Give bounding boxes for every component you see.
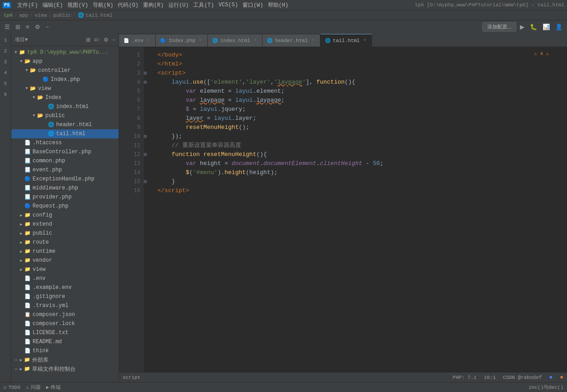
todo-label: TODO [9,385,20,390]
left-icon-6[interactable]: 6 [0,90,10,99]
composer-lock-label: composer.lock [33,321,75,327]
tree-view[interactable]: ▼ 📂 view [11,84,119,93]
path-view[interactable]: view [35,13,47,18]
toolbar-btn-2[interactable]: ≡ [24,23,31,31]
code-line-9: resetMenuHeight(); [157,123,560,132]
tree-external-lib[interactable]: ⋯ ▶ 📁 外部库 [11,355,119,364]
tree-app[interactable]: ▼ 📂 app [11,57,119,66]
left-panel: 1 2 3 4 5 6 [0,33,11,382]
sidebar-btn-2[interactable]: ≡↑ [93,36,101,44]
coverage-btn[interactable]: 📊 [541,23,552,31]
view-arrow: ▼ [24,86,29,91]
menu-item-edit[interactable]: 编辑(E) [43,1,63,9]
path-public[interactable]: public [53,13,71,18]
toolbar-btn-4[interactable]: − [44,23,51,31]
tree-license[interactable]: 📄 LICENSE.txt [11,328,119,337]
tree-extend[interactable]: ▶ 📁 extend [11,220,119,229]
chrome-icon: ● [549,374,553,381]
tab-index-html[interactable]: 🌐 index.html × [208,34,262,47]
tab-header-html-close[interactable]: × [311,38,315,43]
menu-item-run[interactable]: 运行(U) [168,1,189,9]
tree-readme[interactable]: 📄 README.md [11,337,119,346]
tree-composer-lock[interactable]: 📄 composer.lock [11,319,119,328]
toolbar-btn-3[interactable]: ⚙ [33,23,42,31]
tree-think[interactable]: 📄 think [11,346,119,355]
tree-env[interactable]: 📄 .env [11,274,119,283]
tab-header-html[interactable]: 🌐 header.html × [262,34,320,47]
menu-item-refactor[interactable]: 重构(R) [143,1,164,9]
menu-item-code[interactable]: 代码(O) [118,1,138,9]
readme-icon: 📄 [24,339,31,345]
todo-tab[interactable]: ☑ TODO [4,384,20,390]
tree-controller[interactable]: ▼ 📂 controller [11,66,119,75]
run-btn[interactable]: ▶ [518,23,526,31]
tree-tail-html[interactable]: 🌐 tail.html [11,129,119,138]
window-title: tp6 [D:\myphp_www\PHPTutorial\WWW\tp6] -… [415,2,564,8]
tree-example-env[interactable]: 📄 .example.env [11,283,119,292]
tab-index-html-close[interactable]: × [253,38,257,43]
terminal-tab[interactable]: ▶ 终端 [46,384,61,391]
tree-runtime[interactable]: ▶ 📁 runtime [11,247,119,256]
tree-index-folder[interactable]: ▼ 📂 Index [11,93,119,102]
tree-request[interactable]: 🔵 Request.php [11,202,119,211]
tree-index-html[interactable]: 🌐 index.html [11,102,119,111]
problems-tab[interactable]: ⚠ 问题 [26,384,41,391]
ps-logo: PS [3,2,11,8]
tree-provider[interactable]: 📃 provider.php [11,193,119,202]
menu-item-file[interactable]: 文件(F) [17,1,38,9]
left-icon-2[interactable]: 2 [0,46,10,56]
tab-env[interactable]: 📄 .env × [119,34,156,47]
add-config-button[interactable]: 添加配置... [482,22,516,32]
menu-item-help[interactable]: 帮助(H) [268,1,289,9]
tree-event[interactable]: 📃 event.php [11,165,119,175]
sidebar-btn-1[interactable]: ⊞ [85,36,92,44]
route-label: route [33,239,49,246]
tree-route[interactable]: ▶ 📁 route [11,238,119,247]
tree-header-html[interactable]: 🌐 header.html [11,120,119,129]
left-icon-1[interactable]: 1 [0,35,10,45]
tree-htaccess[interactable]: 📄 .htaccess [11,138,119,147]
tree-common[interactable]: 📃 common.php [11,156,119,165]
tree-travis[interactable]: 📄 .travis.yml [11,301,119,310]
tree-index-php[interactable]: 🔵 Index.php [11,75,119,84]
tail-html-icon: 🌐 [48,131,55,137]
exception-icon: 🔵 [24,176,31,182]
tab-tail-html[interactable]: 🌐 tail.html × [320,34,372,47]
tree-vendor[interactable]: ▶ 📁 vendor [11,256,119,265]
tree-public-folder[interactable]: ▼ 📂 public [11,111,119,120]
menu-item-tools[interactable]: 工具(T) [193,1,214,9]
sidebar-btn-3[interactable]: ⚙ [102,36,110,44]
tab-index-php[interactable]: 🔵 Index.php × [156,34,207,47]
path-app[interactable]: app [19,13,28,18]
tree-view-root[interactable]: ▶ 📁 view [11,265,119,274]
problems-label: 问题 [31,384,41,391]
tree-public-root[interactable]: ▶ 📁 public [11,229,119,238]
menu-item-vcs[interactable]: VCS(S) [219,2,238,8]
menu-bar: PS 文件(F) 编辑(E) 视图(V) 导航(N) 代码(O) 重构(R) 运… [0,0,567,10]
tree-exception[interactable]: 🔵 ExceptionHandle.php [11,175,119,184]
tree-scratch[interactable]: ⋯ ▶ 📁 草稿文件和控制台 [11,364,119,373]
left-icon-4[interactable]: 4 [0,68,10,78]
tab-tail-html-close[interactable]: × [362,38,367,43]
tab-env-close[interactable]: × [146,38,151,43]
sidebar-btn-4[interactable]: − [111,36,117,44]
tree-middleware[interactable]: 📃 middleware.php [11,184,119,193]
code-line-13: var height = document.documentElement.cl… [157,159,560,168]
tree-root[interactable]: ▼ 📁 tp6 D:\myphp_www\PHPTu... [11,48,119,57]
code-content[interactable]: </body> </html> <script> layui.use(['ele… [150,47,567,372]
left-icon-5[interactable]: 5 [0,79,10,89]
tree-composer-json[interactable]: 📋 composer.json [11,310,119,319]
tree-basecontroller[interactable]: 📃 BaseController.php [11,147,119,156]
user-btn[interactable]: 👤 [553,23,564,31]
toolbar-btn-1[interactable]: ⊞ [14,23,22,31]
tree-gitignore[interactable]: 📄 .gitignore [11,292,119,301]
sidebar: 项目▼ ⊞ ≡↑ ⚙ − ▼ 📁 tp6 D:\myphp_www\PHPTu.… [11,33,119,382]
menu-item-window[interactable]: 窗口(W) [243,1,263,9]
left-icon-3[interactable]: 3 [0,57,10,67]
tab-index-php-close[interactable]: × [198,38,203,43]
menu-item-nav[interactable]: 导航(N) [93,1,114,9]
debug-btn[interactable]: 🐛 [528,23,539,31]
menu-item-view[interactable]: 视图(V) [67,1,88,9]
project-view-btn[interactable]: ☰ [3,23,12,31]
tree-config[interactable]: ▶ 📁 config [11,211,119,220]
